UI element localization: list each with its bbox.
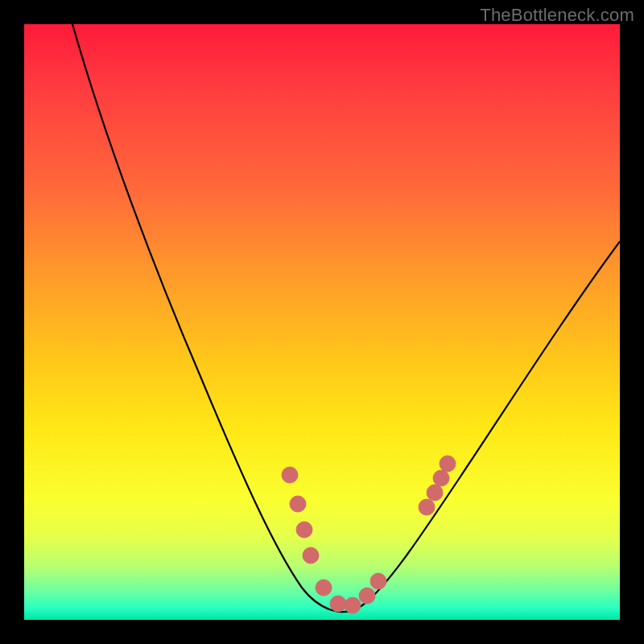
- chart-marker: [370, 573, 386, 589]
- chart-marker: [303, 547, 319, 564]
- chart-curve: [72, 24, 620, 612]
- watermark-text: TheBottleneck.com: [480, 5, 634, 26]
- chart-marker: [316, 580, 332, 596]
- chart-marker: [419, 499, 435, 515]
- chart-plot-area: [24, 24, 620, 620]
- chart-frame: TheBottleneck.com: [0, 0, 644, 644]
- chart-marker: [330, 596, 346, 612]
- chart-marker: [427, 485, 443, 501]
- chart-marker: [282, 467, 298, 483]
- chart-marker: [296, 522, 312, 538]
- chart-marker: [345, 597, 361, 613]
- chart-marker: [433, 470, 449, 486]
- chart-svg: [24, 24, 620, 620]
- chart-markers: [282, 456, 456, 613]
- chart-marker: [440, 456, 456, 472]
- chart-marker: [290, 496, 306, 512]
- chart-marker: [359, 588, 375, 604]
